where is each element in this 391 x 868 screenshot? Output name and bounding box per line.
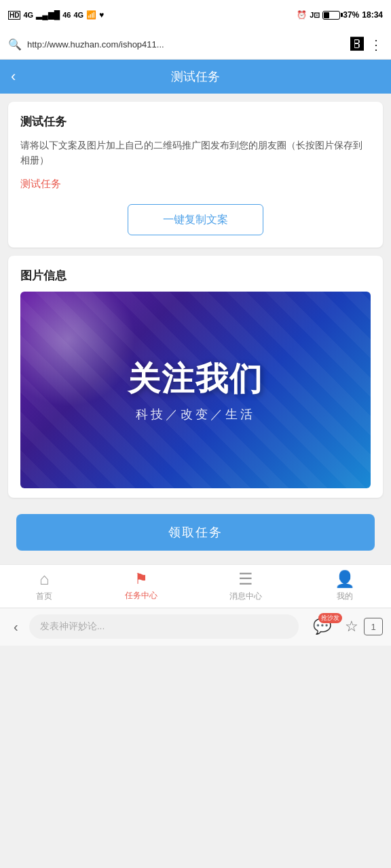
image-card: 图片信息 关注我们 科技／改变／生活 [8, 256, 383, 498]
battery-percent: 37% [343, 10, 359, 20]
task-icon: ⚑ [134, 570, 148, 588]
signal-bars: ▂▄▆█ [36, 10, 60, 20]
bottom-nav: ⌂ 首页 ⚑ 任务中心 ☰ 消息中心 👤 我的 [0, 564, 391, 608]
browser-back-button[interactable]: ‹ [8, 616, 24, 637]
heart-icon: ♥ [99, 10, 104, 20]
nav-home[interactable]: ⌂ 首页 [36, 570, 52, 602]
nav-mine-label: 我的 [337, 591, 353, 602]
task-card-title: 测试任务 [20, 114, 371, 130]
qiangshapha-button[interactable]: 💬 抢沙发 [304, 614, 339, 639]
bottom-browser-bar: ‹ 发表神评妙论... 💬 抢沙发 ☆ 1 [0, 608, 391, 646]
more-icon[interactable]: ⋮ [369, 37, 383, 53]
nav-home-label: 首页 [36, 591, 52, 602]
battery-icon [322, 11, 340, 20]
signal-4g2: 4G [73, 11, 83, 19]
status-bar: HD 4G ▂▄▆█ 46 4G 📶 ♥ ⏰ J⊡ 37% 18:34 [0, 0, 391, 30]
page-title: 测试任务 [171, 68, 220, 85]
qiangshapha-badge: 抢沙发 [318, 613, 342, 623]
status-right: ⏰ J⊡ 37% 18:34 [297, 10, 383, 20]
star-button[interactable]: ☆ [345, 618, 358, 635]
image-card-title: 图片信息 [20, 268, 371, 283]
nav-message-label: 消息中心 [229, 591, 262, 602]
alarm-icon: ⏰ [297, 10, 307, 20]
battery-fill [324, 12, 329, 18]
main-content: 测试任务 请将以下文案及图片加上自己的二维码推广图发布到您的朋友圈（长按图片保存… [0, 94, 391, 564]
claim-button[interactable]: 领取任务 [16, 514, 375, 551]
tab-count[interactable]: 1 [364, 618, 383, 635]
message-icon: ☰ [238, 570, 253, 589]
signal-4g: 4G [23, 11, 33, 19]
nav-task[interactable]: ⚑ 任务中心 [125, 570, 157, 601]
task-card-desc: 请将以下文案及图片加上自己的二维码推广图发布到您的朋友圈（长按图片保存到相册） [20, 138, 371, 168]
promo-sub-text: 科技／改变／生活 [136, 406, 255, 422]
back-button[interactable]: ‹ [11, 68, 16, 85]
nav-mine[interactable]: 👤 我的 [335, 570, 355, 602]
wifi-icon: 📶 [86, 10, 96, 20]
task-copy-text: 测试任务 [20, 178, 371, 191]
hd-icon: HD [8, 11, 20, 20]
nav-task-label: 任务中心 [125, 590, 157, 601]
signal-46: 46 [62, 11, 71, 19]
comment-placeholder: 发表神评妙论... [40, 620, 105, 633]
task-card: 测试任务 请将以下文案及图片加上自己的二维码推广图发布到您的朋友圈（长按图片保存… [8, 102, 383, 248]
search-icon: 🔍 [8, 38, 22, 51]
comment-input[interactable]: 发表神评妙论... [29, 614, 299, 639]
claim-button-wrap: 领取任务 [8, 506, 383, 556]
copy-button[interactable]: 一键复制文案 [128, 204, 263, 235]
user-icon: 👤 [335, 570, 355, 589]
promo-image: 关注我们 科技／改变／生活 [20, 292, 371, 488]
nav-message[interactable]: ☰ 消息中心 [229, 570, 262, 602]
home-icon: ⌂ [39, 570, 50, 589]
promo-main-text: 关注我们 [128, 357, 263, 401]
time: 18:34 [362, 10, 383, 20]
url-text: http://www.huzhan.com/ishop411... [27, 39, 345, 50]
baidu-icon: 🅱 [350, 37, 364, 52]
status-left: HD 4G ▂▄▆█ 46 4G 📶 ♥ [8, 10, 104, 20]
nfc-icon: J⊡ [310, 11, 320, 20]
url-bar[interactable]: 🔍 http://www.huzhan.com/ishop411... 🅱 ⋮ [0, 30, 391, 60]
app-header: ‹ 测试任务 [0, 60, 391, 94]
